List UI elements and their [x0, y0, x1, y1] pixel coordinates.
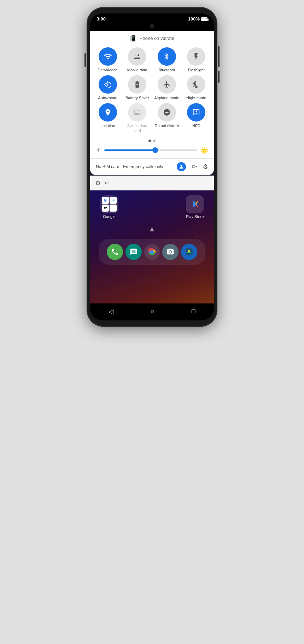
status-bar: 3:00 100% — [90, 13, 214, 24]
svg-point-2 — [150, 250, 154, 254]
volume-button[interactable] — [84, 53, 86, 67]
play-store-icon — [186, 195, 204, 213]
up-arrow-row: ▲ — [95, 222, 209, 236]
tile-flashlight-label: Flashlight — [188, 68, 205, 72]
tile-airplane-mode[interactable]: Airplane mode — [153, 75, 180, 100]
battery-icon — [201, 17, 207, 21]
time-display: 3:00 — [97, 16, 106, 22]
power-button[interactable] — [218, 46, 220, 67]
second-bar: ⚙ ↩ — [90, 176, 214, 190]
tile-battery-saver-icon — [128, 75, 146, 94]
tile-night-mode[interactable]: Night mode — [183, 75, 210, 100]
tile-demo-mode-icon — [99, 47, 117, 66]
play-store-label: Play Store — [186, 214, 204, 219]
tile-bluetooth-icon — [158, 47, 176, 66]
vibrate-icon: 📳 — [130, 35, 137, 42]
tile-airplane-mode-label: Airplane mode — [154, 96, 179, 100]
tile-night-mode-label: Night mode — [186, 96, 206, 100]
tile-nfc[interactable]: NFC — [183, 103, 210, 133]
tile-airplane-mode-icon — [158, 75, 176, 94]
tile-demo-mode[interactable]: DemoMode — [94, 47, 121, 72]
second-bar-settings-icon[interactable]: ⚙ — [95, 179, 101, 187]
tile-auto-rotate-label: Auto-rotate — [98, 96, 117, 100]
tile-dnd-label: Do not disturb — [155, 124, 179, 128]
tile-location-icon — [99, 103, 117, 122]
tile-auto-rotate[interactable]: Auto-rotate — [94, 75, 121, 100]
tile-nfc-label: NFC — [192, 124, 200, 128]
tile-do-not-disturb[interactable]: Do not disturb — [153, 103, 180, 133]
tile-location[interactable]: Location — [94, 103, 121, 133]
notch — [90, 24, 214, 31]
tile-battery-saver[interactable]: Battery Saver — [124, 75, 151, 100]
edit-icon[interactable]: ✏ — [192, 163, 197, 171]
tile-switch-data-card-icon — [128, 103, 146, 122]
brightness-fill — [104, 149, 155, 151]
google-folder-container[interactable]: G 📧 🗺 Google — [99, 195, 120, 219]
footer-icons: ✏ ⚙ — [177, 162, 208, 171]
brightness-slider[interactable] — [104, 149, 197, 151]
up-arrow-icon[interactable]: ▲ — [148, 225, 156, 233]
brightness-low-icon: ☀ — [96, 147, 101, 153]
tile-mobile-data[interactable]: Mobile data — [124, 47, 151, 72]
dock-messages[interactable] — [125, 244, 142, 260]
sim-status-text: No SIM card - Emergency calls only — [96, 164, 177, 169]
navigation-bar: ◁ ○ □ — [90, 303, 214, 320]
second-bar-back-icon[interactable]: ↩ — [104, 179, 110, 187]
back-button[interactable]: ◁ — [109, 308, 113, 315]
tile-switch-data-card[interactable]: Switch data card — [124, 103, 151, 133]
dock-photos[interactable] — [181, 244, 197, 260]
google-label: Google — [103, 214, 115, 219]
tile-bluetooth-label: Bluetooth — [159, 68, 175, 72]
tile-bluetooth[interactable]: Bluetooth — [153, 47, 180, 72]
tile-flashlight[interactable]: Flashlight — [183, 47, 210, 72]
vibrate-status-bar: 📳 Phone on vibrate — [90, 31, 214, 45]
tile-dnd-icon — [158, 103, 176, 122]
dock-chrome[interactable] — [144, 244, 160, 260]
tile-switch-data-card-label: Switch data card — [124, 124, 151, 133]
tile-battery-saver-label: Battery Saver — [125, 96, 149, 100]
dot-2 — [153, 140, 156, 142]
quick-settings-footer: No SIM card - Emergency calls only ✏ ⚙ — [90, 158, 214, 175]
tile-auto-rotate-icon — [99, 75, 117, 94]
tile-flashlight-icon — [187, 47, 205, 66]
recents-button[interactable]: □ — [192, 308, 195, 315]
tile-nfc-icon — [187, 103, 205, 122]
dock — [99, 239, 205, 265]
tile-mobile-data-icon — [128, 47, 146, 66]
brightness-thumb[interactable] — [152, 147, 158, 153]
brightness-row: ☀ 🌟 — [90, 145, 214, 158]
quick-tiles-grid: DemoMode Mobile data Bluetooth — [90, 45, 214, 136]
brightness-high-icon: 🌟 — [200, 146, 208, 154]
tile-demo-mode-label: DemoMode — [98, 68, 118, 72]
vibrate-text: Phone on vibrate — [140, 36, 174, 41]
phone-frame: 3:00 100% 📳 Phone on vibrate — [87, 7, 217, 327]
home-button[interactable]: ○ — [151, 308, 154, 315]
dock-phone[interactable] — [107, 244, 123, 260]
dot-1 — [148, 140, 151, 142]
home-screen: G 📧 🗺 Google — [90, 190, 214, 303]
google-folder-icon: G 📧 🗺 — [100, 195, 118, 213]
settings-icon[interactable]: ⚙ — [203, 163, 208, 171]
play-store-container[interactable]: Play Store — [184, 195, 205, 219]
camera-notch — [150, 24, 154, 29]
tile-location-label: Location — [100, 124, 115, 128]
pagination-dots — [90, 136, 214, 145]
dock-camera[interactable] — [162, 244, 179, 260]
quick-settings-panel: 📳 Phone on vibrate DemoMode Mobi — [90, 31, 214, 175]
phone-screen: 3:00 100% 📳 Phone on vibrate — [90, 13, 214, 320]
battery-percent: 100% — [188, 16, 200, 22]
volume-down-button[interactable] — [218, 71, 220, 83]
tile-mobile-data-label: Mobile data — [127, 68, 147, 72]
user-avatar[interactable] — [177, 162, 186, 171]
tile-night-mode-icon — [187, 75, 205, 94]
app-row: G 📧 🗺 Google — [95, 195, 209, 219]
